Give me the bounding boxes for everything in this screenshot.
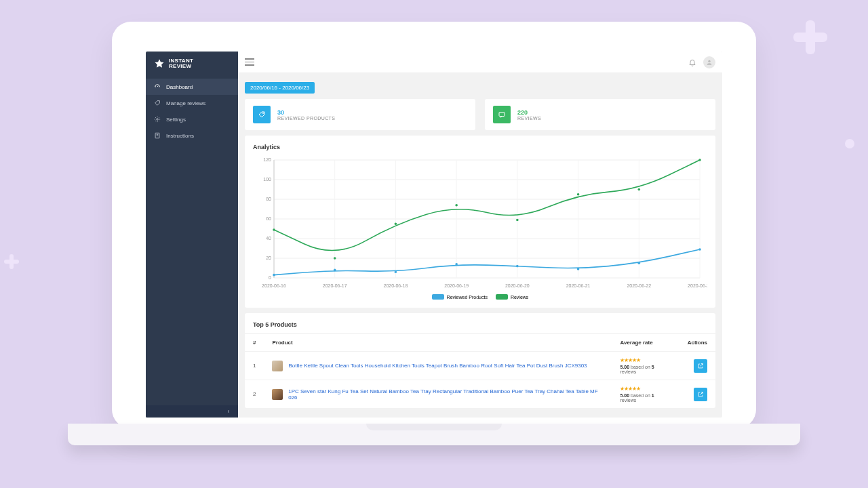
decorative-plus-small bbox=[4, 254, 19, 269]
svg-text:0: 0 bbox=[269, 275, 271, 280]
analytics-chart: 0204060801001202020-06-162020-06-172020-… bbox=[253, 156, 707, 291]
svg-point-47 bbox=[455, 204, 458, 207]
svg-point-43 bbox=[698, 248, 701, 251]
brand-logo: INSTANT REVIEW bbox=[146, 52, 238, 79]
brand-name: INSTANT REVIEW bbox=[169, 58, 193, 69]
panel-title: Top 5 Products bbox=[245, 313, 715, 328]
hamburger-button[interactable] bbox=[245, 58, 254, 66]
svg-rect-4 bbox=[499, 113, 505, 117]
tag-icon bbox=[253, 106, 271, 123]
svg-point-36 bbox=[273, 274, 275, 277]
svg-text:2020-06-18: 2020-06-18 bbox=[384, 283, 408, 288]
svg-text:2020-06-16: 2020-06-16 bbox=[262, 283, 286, 288]
chat-icon bbox=[493, 106, 511, 123]
sidebar-collapse-button[interactable] bbox=[146, 405, 238, 418]
svg-point-51 bbox=[698, 159, 701, 161]
top-products-table: # Product Average rate Actions 1Bottle K… bbox=[245, 333, 715, 408]
product-link[interactable]: Bottle Kettle Spout Clean Tools Househol… bbox=[288, 363, 587, 369]
svg-point-44 bbox=[273, 228, 275, 231]
svg-text:2020-06-17: 2020-06-17 bbox=[323, 283, 347, 288]
product-thumb bbox=[272, 361, 283, 371]
svg-text:2020-06-21: 2020-06-21 bbox=[566, 283, 591, 288]
app-viewport: INSTANT REVIEW DashboardManage reviewsSe… bbox=[146, 52, 722, 418]
rate-cell: ★★★★★5.00 based on 1 reviews bbox=[612, 380, 679, 409]
laptop-frame: INSTANT REVIEW DashboardManage reviewsSe… bbox=[112, 22, 756, 428]
svg-text:80: 80 bbox=[266, 197, 271, 201]
svg-point-3 bbox=[263, 113, 264, 114]
bell-icon[interactable] bbox=[688, 58, 696, 66]
product-link[interactable]: 1PC Seven star Kung Fu Tea Set Natural B… bbox=[288, 388, 604, 401]
analytics-panel: Analytics 0204060801001202020-06-162020-… bbox=[245, 136, 715, 308]
svg-text:60: 60 bbox=[266, 216, 271, 221]
nav-icon bbox=[154, 116, 161, 123]
date-range-badge[interactable]: 2020/06/16 - 2020/06/23 bbox=[245, 82, 315, 94]
star-icon: ★★★★★ bbox=[620, 386, 671, 392]
product-thumb bbox=[272, 389, 283, 400]
col-rate: Average rate bbox=[612, 334, 679, 352]
col-product: Product bbox=[264, 334, 612, 352]
sidebar-item-dashboard[interactable]: Dashboard bbox=[146, 79, 238, 95]
sidebar: INSTANT REVIEW DashboardManage reviewsSe… bbox=[146, 52, 238, 418]
rate-cell: ★★★★★5.00 based on 5 reviews bbox=[612, 352, 679, 380]
stat-label: REVIEWED PRODUCTS bbox=[277, 116, 335, 121]
svg-text:40: 40 bbox=[266, 236, 271, 241]
svg-point-46 bbox=[395, 222, 397, 225]
panel-title: Analytics bbox=[253, 144, 707, 150]
svg-text:2020-06-19: 2020-06-19 bbox=[444, 283, 469, 288]
user-avatar[interactable] bbox=[703, 56, 715, 68]
decorative-circle bbox=[845, 139, 854, 148]
sidebar-item-label: Dashboard bbox=[166, 84, 193, 90]
sidebar-item-label: Settings bbox=[166, 117, 186, 123]
stat-card-reviews: 220 REVIEWS bbox=[485, 99, 715, 130]
svg-text:2020-06-20: 2020-06-20 bbox=[505, 283, 530, 288]
row-idx: 2 bbox=[245, 380, 264, 409]
open-product-button[interactable] bbox=[694, 388, 707, 401]
table-row: 21PC Seven star Kung Fu Tea Set Natural … bbox=[245, 380, 715, 409]
row-idx: 1 bbox=[245, 352, 264, 380]
svg-text:120: 120 bbox=[263, 157, 271, 162]
sidebar-item-manage-reviews[interactable]: Manage reviews bbox=[146, 95, 238, 111]
svg-point-2 bbox=[708, 60, 710, 62]
svg-point-37 bbox=[334, 269, 336, 272]
nav-icon bbox=[154, 83, 161, 90]
laptop-notch bbox=[366, 424, 502, 430]
sidebar-item-settings[interactable]: Settings bbox=[146, 111, 238, 127]
svg-text:20: 20 bbox=[266, 256, 271, 260]
external-link-icon bbox=[697, 363, 704, 369]
chevron-left-icon bbox=[226, 409, 231, 414]
svg-point-49 bbox=[577, 193, 580, 196]
table-row: 1Bottle Kettle Spout Clean Tools Househo… bbox=[245, 352, 715, 380]
sidebar-item-label: Manage reviews bbox=[166, 100, 205, 106]
sidebar-item-label: Instructions bbox=[166, 133, 194, 139]
svg-text:2020-06-22: 2020-06-22 bbox=[627, 283, 651, 288]
col-actions: Actions bbox=[679, 334, 715, 352]
decorative-plus bbox=[793, 20, 827, 54]
brand-line2: REVIEW bbox=[169, 64, 193, 69]
top-products-panel: Top 5 Products # Product Average rate Ac… bbox=[245, 313, 715, 408]
svg-point-45 bbox=[334, 257, 336, 260]
stat-value: 220 bbox=[517, 109, 541, 116]
topbar bbox=[238, 52, 722, 73]
open-product-button[interactable] bbox=[694, 359, 707, 373]
chart-legend: Reviewed Products Reviews bbox=[253, 294, 707, 300]
svg-point-39 bbox=[455, 263, 458, 266]
sidebar-nav: DashboardManage reviewsSettingsInstructi… bbox=[146, 79, 238, 144]
nav-icon bbox=[154, 100, 161, 106]
svg-point-40 bbox=[516, 265, 519, 268]
svg-point-50 bbox=[637, 188, 640, 191]
svg-point-41 bbox=[577, 268, 580, 270]
sidebar-item-instructions[interactable]: Instructions bbox=[146, 127, 238, 144]
svg-point-42 bbox=[637, 262, 640, 264]
svg-point-0 bbox=[157, 119, 159, 121]
stat-label: REVIEWS bbox=[517, 116, 541, 121]
svg-point-48 bbox=[516, 219, 519, 222]
user-icon bbox=[706, 59, 713, 66]
svg-point-38 bbox=[395, 271, 397, 274]
legend-label-a: Reviewed Products bbox=[447, 295, 488, 300]
stat-value: 30 bbox=[277, 109, 335, 116]
svg-text:100: 100 bbox=[263, 177, 271, 182]
legend-label-b: Reviews bbox=[511, 295, 528, 300]
nav-icon bbox=[154, 132, 161, 139]
svg-text:2020-06-23: 2020-06-23 bbox=[688, 283, 707, 288]
star-icon bbox=[154, 58, 165, 69]
